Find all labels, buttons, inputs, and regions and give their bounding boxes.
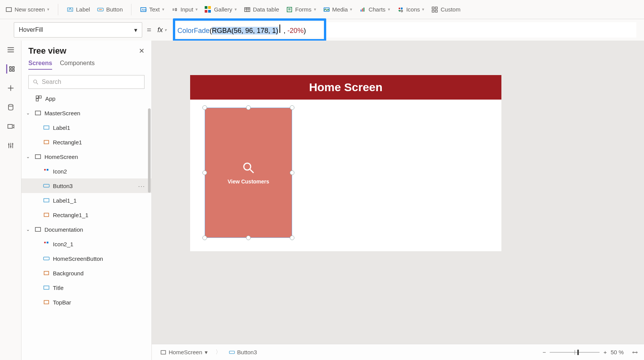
tree-item-button3[interactable]: Button3 ··· <box>21 178 151 193</box>
property-selector[interactable]: HoverFill ▾ <box>14 22 142 38</box>
formula-input[interactable]: ColorFade(RGBA(56, 96, 178, 1), -20%) <box>173 22 636 38</box>
tree-search-input[interactable]: Search <box>28 75 145 89</box>
icons-icon <box>43 168 50 175</box>
search-icon <box>33 79 39 85</box>
tree-item-topbar[interactable]: TopBar <box>21 295 151 309</box>
insert-gallery-menu[interactable]: Gallery ▾ <box>205 6 237 13</box>
tree-item-masterscreen[interactable]: ⌄ MasterScreen <box>21 106 151 120</box>
design-surface[interactable]: Home Screen View Customers <box>190 75 501 251</box>
svg-rect-42 <box>44 184 49 187</box>
selection-handle[interactable] <box>290 236 294 240</box>
hamburger-button[interactable] <box>6 45 15 54</box>
insert-rail-button[interactable] <box>6 83 15 93</box>
tree-item-label: Background <box>53 270 84 277</box>
insert-media-menu[interactable]: Media ▾ <box>323 6 353 13</box>
search-icon <box>242 161 255 175</box>
tree-item-homescreen[interactable]: ⌄ HomeScreen <box>21 149 151 164</box>
selection-handle[interactable] <box>290 105 294 110</box>
breadcrumb-control[interactable]: Button3 <box>227 348 260 356</box>
svg-rect-36 <box>35 111 41 115</box>
insert-datatable-label: Data table <box>253 6 279 13</box>
chevron-down-icon: ⌄ <box>26 110 31 116</box>
search-placeholder: Search <box>42 79 61 85</box>
rectangle-icon <box>43 299 50 306</box>
tab-screens[interactable]: Screens <box>28 60 52 70</box>
zoom-in-button[interactable]: + <box>603 349 607 355</box>
tree-item-rectangle1-1[interactable]: Rectangle1_1 <box>21 208 151 222</box>
tree-item-documentation[interactable]: ⌄ Documentation <box>21 222 151 237</box>
text-icon: Abc <box>140 6 147 13</box>
insert-input-menu[interactable]: Input ▾ <box>171 6 198 13</box>
insert-custom-label: Custom <box>440 6 460 13</box>
insert-forms-menu[interactable]: Forms ▾ <box>286 6 316 13</box>
close-panel-button[interactable]: ✕ <box>139 47 145 55</box>
insert-media-label: Media <box>332 6 348 13</box>
svg-rect-43 <box>44 199 49 202</box>
svg-rect-37 <box>44 126 49 129</box>
zoom-out-button[interactable]: − <box>542 349 546 355</box>
zoom-slider[interactable] <box>550 352 600 353</box>
fit-to-window-button[interactable]: ⤢ <box>630 347 640 357</box>
insert-charts-label: Charts <box>368 6 385 13</box>
tree-item-label1[interactable]: Label1 <box>21 120 151 135</box>
svg-point-28 <box>8 144 9 145</box>
forms-icon <box>286 6 293 13</box>
svg-rect-44 <box>44 213 49 217</box>
tree-view-panel: Tree view ✕ Screens Components Search Ap… <box>21 41 152 360</box>
insert-datatable[interactable]: Data table <box>244 6 279 13</box>
screen-icon <box>160 349 166 355</box>
selection-handle[interactable] <box>202 170 207 175</box>
zoom-thumb[interactable] <box>577 350 579 355</box>
tree-item-homescreenbutton[interactable]: HomeScreenButton <box>21 251 151 266</box>
selection-handle[interactable] <box>246 105 251 110</box>
selection-handle[interactable] <box>290 170 294 175</box>
canvas[interactable]: Home Screen View Customers HomeScreen ▾ … <box>152 41 644 360</box>
data-rail-button[interactable] <box>6 103 15 112</box>
tree-item-background[interactable]: Background <box>21 266 151 280</box>
insert-button[interactable]: Button <box>97 6 123 13</box>
screen-icon <box>34 110 41 116</box>
treeview-rail-button[interactable] <box>6 64 15 74</box>
svg-rect-21 <box>435 7 437 9</box>
tree-item-title[interactable]: Title <box>21 280 151 295</box>
chevron-down-icon: ▾ <box>164 28 167 33</box>
svg-point-19 <box>401 10 402 12</box>
chevron-down-icon: ▾ <box>350 7 352 12</box>
button3-control[interactable]: View Customers <box>205 108 292 238</box>
selection-handle[interactable] <box>202 105 207 110</box>
new-screen-menu[interactable]: New screen ▾ <box>5 6 49 13</box>
svg-line-32 <box>36 83 38 84</box>
status-bar: HomeScreen ▾ 〉 Button3 − + 50 % ⤢ <box>152 344 644 360</box>
tree-item-label1-1[interactable]: Label1_1 <box>21 193 151 208</box>
tree-item-label: Rectangle1 <box>53 139 82 146</box>
advanced-rail-button[interactable] <box>6 141 15 150</box>
label-icon <box>43 284 50 291</box>
svg-line-53 <box>250 170 254 173</box>
tab-components[interactable]: Components <box>60 60 95 70</box>
svg-point-31 <box>34 80 37 83</box>
fx-button[interactable]: fx ▾ <box>156 26 168 34</box>
button-icon <box>43 255 50 262</box>
tree-item-rectangle1[interactable]: Rectangle1 <box>21 135 151 149</box>
insert-text-menu[interactable]: Abc Text ▾ <box>140 6 164 13</box>
tree-item-icon2-1[interactable]: Icon2_1 <box>21 237 151 251</box>
selection-handle[interactable] <box>246 236 251 240</box>
app-icon <box>35 95 42 102</box>
selection-handle[interactable] <box>202 236 207 240</box>
scrollbar-thumb[interactable] <box>148 108 151 193</box>
tree-item-label: Title <box>53 285 64 291</box>
media-rail-button[interactable] <box>6 122 15 131</box>
svg-point-26 <box>8 105 13 106</box>
tree-item-icon2[interactable]: Icon2 <box>21 164 151 178</box>
screen-icon <box>5 6 12 13</box>
insert-custom-menu[interactable]: Custom <box>431 6 460 13</box>
insert-label[interactable]: Label <box>67 6 90 13</box>
insert-button-text: Button <box>106 6 123 13</box>
breadcrumb-screen[interactable]: HomeScreen ▾ <box>158 348 210 357</box>
insert-icons-menu[interactable]: Icons ▾ <box>397 6 425 13</box>
icons-icon <box>397 6 404 13</box>
insert-charts-menu[interactable]: Charts ▾ <box>359 6 390 13</box>
svg-rect-47 <box>47 242 49 244</box>
tree-item-app[interactable]: App <box>21 91 151 106</box>
more-button[interactable]: ··· <box>138 183 145 189</box>
